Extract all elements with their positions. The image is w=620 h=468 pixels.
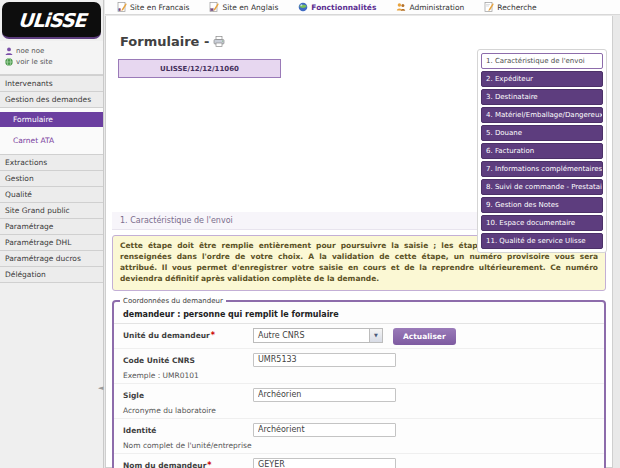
nav-fonctionnalites[interactable]: Fonctionnalités — [298, 2, 376, 12]
top-nav: Site en Francais Site en Anglais Fonctio… — [105, 0, 620, 15]
admin-users-icon — [396, 2, 406, 12]
sigle-label: Sigle — [123, 391, 144, 400]
user-profile-link[interactable]: noe noe — [5, 47, 98, 55]
identite-helper: Nom complet de l'unité/entreprise — [123, 441, 253, 450]
sigle-helper: Acronyme du laboratoire — [123, 406, 253, 415]
nom-input[interactable] — [253, 458, 396, 468]
form-reference-text: ULISSE/12/12/11060 — [160, 65, 239, 73]
app-logo-text: ULiSSE — [17, 9, 86, 31]
sidebar-item-parametrage-dhl[interactable]: Paramétrage DHL — [0, 234, 103, 250]
site-fr-icon — [117, 2, 127, 12]
applicant-fieldset: Coordonnées du demandeur demandeur : per… — [112, 297, 606, 468]
sidebar: ULiSSE noe noe voir le site Intervenants… — [0, 0, 104, 468]
page-title-text: Formulaire - — [120, 34, 209, 49]
required-marker: * — [207, 461, 211, 468]
field-row-identite: Identité Nom complet de l'unité/entrepri… — [114, 419, 604, 454]
required-marker: * — [211, 331, 215, 340]
step-5[interactable]: 5. Douane — [481, 125, 603, 141]
nav-site-fr[interactable]: Site en Francais — [117, 2, 189, 12]
sidebar-item-site-grand-public[interactable]: Site Grand public — [0, 202, 103, 218]
globe-icon — [5, 58, 13, 66]
sigle-input[interactable] — [253, 388, 396, 402]
field-row-sigle: Sigle Acronyme du laboratoire — [114, 384, 604, 419]
sidebar-item-extractions[interactable]: Extractions — [0, 154, 103, 170]
search-icon — [484, 2, 494, 12]
app-logo[interactable]: ULiSSE — [2, 2, 101, 39]
code-unite-helper: Exemple : UMR0101 — [123, 371, 253, 380]
nav-administration-label: Administration — [409, 3, 464, 12]
site-en-icon — [209, 2, 219, 12]
sidebar-item-parametrage-ducros[interactable]: Paramétrage ducros — [0, 250, 103, 266]
sidebar-item-gestion-des-demandes[interactable]: Gestion des demandes — [0, 91, 103, 107]
user-name: noe noe — [16, 47, 44, 55]
view-site-link[interactable]: voir le site — [5, 58, 98, 66]
identite-input[interactable] — [253, 423, 396, 437]
features-globe-icon — [298, 2, 308, 12]
step-7[interactable]: 7. Informations complémentaires — [481, 161, 603, 177]
main-panel: Formulaire - ULISSE/12/12/11060 1. Carac… — [105, 16, 613, 468]
step-8[interactable]: 8. Suivi de commande - Prestataire — [481, 179, 603, 195]
sidebar-collapse-handle[interactable]: ◄ — [98, 384, 103, 392]
page-title: Formulaire - — [120, 34, 612, 49]
unite-label: Unité du demandeur — [123, 331, 210, 340]
step-4[interactable]: 4. Matériel/Emballage/Dangereux — [481, 107, 603, 123]
nav-administration[interactable]: Administration — [396, 2, 464, 12]
sidebar-item-qualite[interactable]: Qualité — [0, 186, 103, 202]
sidebar-item-intervenants[interactable]: Intervenants — [0, 75, 103, 91]
print-icon[interactable] — [213, 36, 225, 47]
field-row-code-unite: Code Unité CNRS Exemple : UMR0101 — [114, 349, 604, 384]
nav-site-en-label: Site en Anglais — [222, 3, 278, 12]
sidebar-submenu: Formulaire Carnet ATA — [0, 107, 103, 154]
step-1[interactable]: 1. Caractéristique de l'envoi — [481, 53, 603, 69]
form-section-subtitle: demandeur : personne qui remplit le form… — [114, 305, 604, 324]
view-site-label: voir le site — [16, 58, 53, 66]
step-9[interactable]: 9. Gestion des Notes — [481, 197, 603, 213]
field-row-unite: Unité du demandeur* Autre CNRS ▼ Actuali… — [114, 324, 604, 349]
step-2[interactable]: 2. Expéditeur — [481, 71, 603, 87]
sidebar-item-carnet-ata[interactable]: Carnet ATA — [0, 133, 103, 148]
actualiser-button[interactable]: Actualiser — [393, 328, 456, 345]
unite-select-value: Autre CNRS — [254, 331, 369, 340]
user-block: noe noe voir le site — [0, 41, 103, 75]
sidebar-item-delegation[interactable]: Délégation — [0, 266, 103, 283]
nom-label: Nom du demandeur — [123, 461, 206, 468]
field-row-nom: Nom du demandeur* — [114, 454, 604, 468]
identite-label: Identité — [123, 426, 156, 435]
fieldset-legend: Coordonnées du demandeur — [120, 297, 226, 305]
nav-recherche-label: Recherche — [497, 3, 536, 12]
nav-site-fr-label: Site en Francais — [130, 3, 189, 12]
form-reference-badge: ULISSE/12/12/11060 — [118, 59, 281, 78]
chevron-down-icon: ▼ — [369, 329, 382, 342]
code-unite-input[interactable] — [253, 353, 396, 367]
step-10[interactable]: 10. Espace documentaire — [481, 215, 603, 231]
unite-select[interactable]: Autre CNRS ▼ — [253, 328, 383, 343]
step-6[interactable]: 6. Facturation — [481, 143, 603, 159]
nav-fonctionnalites-label: Fonctionnalités — [311, 3, 376, 12]
sidebar-item-parametrage[interactable]: Paramétrage — [0, 218, 103, 234]
sidebar-item-formulaire[interactable]: Formulaire — [0, 112, 103, 127]
steps-panel: 1. Caractéristique de l'envoi 2. Expédit… — [477, 49, 607, 253]
sidebar-item-gestion[interactable]: Gestion — [0, 170, 103, 186]
user-icon — [5, 47, 13, 55]
nav-recherche[interactable]: Recherche — [484, 2, 536, 12]
step-11[interactable]: 11. Qualité de service Ulisse — [481, 233, 603, 249]
nav-site-en[interactable]: Site en Anglais — [209, 2, 278, 12]
step-3[interactable]: 3. Destinataire — [481, 89, 603, 105]
code-unite-label: Code Unité CNRS — [123, 356, 195, 365]
